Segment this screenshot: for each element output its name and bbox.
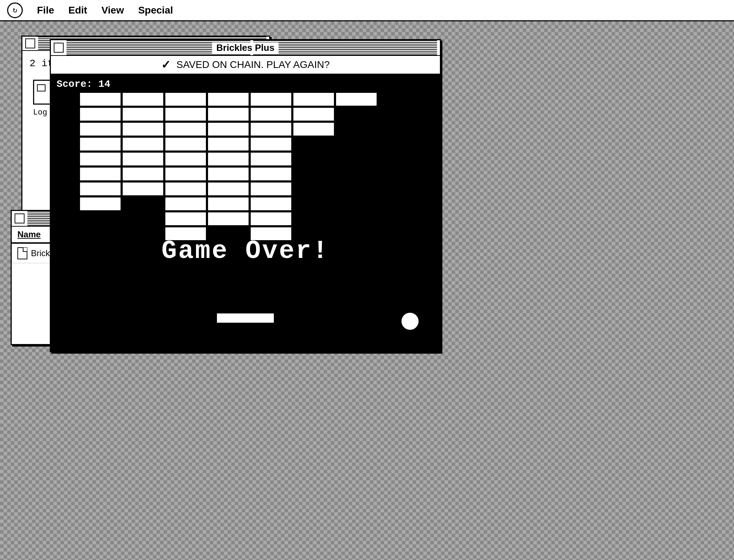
brick xyxy=(250,122,292,136)
brick-empty xyxy=(293,182,335,196)
brick xyxy=(79,197,121,211)
brick xyxy=(207,137,249,151)
brick xyxy=(165,152,207,166)
brickles-title-lines-right xyxy=(253,40,437,55)
brick xyxy=(79,137,121,151)
brick xyxy=(293,107,335,121)
brick-empty xyxy=(293,137,335,151)
brick-row xyxy=(79,137,377,151)
checkmark-icon: ✓ xyxy=(161,58,171,72)
paddle xyxy=(217,313,274,323)
brick xyxy=(165,92,207,106)
brick-row xyxy=(79,122,377,136)
brick-empty xyxy=(293,212,335,226)
brick xyxy=(207,197,249,211)
brick-row xyxy=(79,152,377,166)
brick xyxy=(79,92,121,106)
brick xyxy=(207,92,249,106)
brick xyxy=(250,107,292,121)
brick xyxy=(79,122,121,136)
file-icon xyxy=(17,247,27,259)
brick-empty xyxy=(335,167,377,181)
close-box[interactable] xyxy=(25,38,35,48)
brick-row xyxy=(79,197,377,211)
brick xyxy=(122,107,164,121)
brick-empty xyxy=(293,167,335,181)
brick-empty xyxy=(79,212,121,226)
brick xyxy=(165,182,207,196)
view-menu[interactable]: View xyxy=(101,5,124,16)
brickles-saved-bar: ✓ SAVED ON CHAIN. PLAY AGAIN? xyxy=(51,56,440,74)
brick xyxy=(165,197,207,211)
brickles-title: Brickles Plus xyxy=(212,42,278,53)
brick xyxy=(122,92,164,106)
brick-empty xyxy=(122,197,164,211)
brick xyxy=(293,92,335,106)
brick xyxy=(165,212,207,226)
brick xyxy=(250,152,292,166)
brick xyxy=(122,167,164,181)
ball xyxy=(401,313,419,330)
brick-empty xyxy=(79,227,121,241)
brickles-close-box[interactable] xyxy=(54,43,64,53)
brick-empty xyxy=(122,227,164,241)
brick xyxy=(207,212,249,226)
brickles-titlebar: Brickles Plus xyxy=(51,40,440,56)
brick xyxy=(122,182,164,196)
brick xyxy=(207,167,249,181)
brick xyxy=(79,152,121,166)
brick xyxy=(79,182,121,196)
file-menu[interactable]: File xyxy=(37,5,54,16)
brick xyxy=(165,122,207,136)
brick xyxy=(79,107,121,121)
edit-menu[interactable]: Edit xyxy=(68,5,87,16)
brick xyxy=(293,122,335,136)
brick-row xyxy=(79,212,377,226)
brick-empty xyxy=(335,197,377,211)
brick xyxy=(207,107,249,121)
brick xyxy=(122,122,164,136)
brick xyxy=(250,212,292,226)
brickles-game-area[interactable]: Score: 14 Game Over! xyxy=(51,74,440,351)
saved-message: SAVED ON CHAIN. PLAY AGAIN? xyxy=(176,59,330,70)
brick-empty xyxy=(335,212,377,226)
brick-empty xyxy=(335,152,377,166)
score-display: Score: 14 xyxy=(51,74,116,94)
brick-grid xyxy=(79,92,377,241)
brick xyxy=(207,182,249,196)
apple-menu-icon[interactable]: ↻ xyxy=(7,2,23,18)
brick xyxy=(250,92,292,106)
brick xyxy=(250,167,292,181)
brick xyxy=(250,197,292,211)
brick xyxy=(165,167,207,181)
brick xyxy=(122,152,164,166)
brick-empty xyxy=(293,152,335,166)
brick-empty xyxy=(335,182,377,196)
brick xyxy=(165,107,207,121)
brick-empty xyxy=(335,107,377,121)
brick xyxy=(250,182,292,196)
special-menu[interactable]: Special xyxy=(138,5,173,16)
brick xyxy=(122,137,164,151)
games-close-box[interactable] xyxy=(15,213,25,223)
desktop: ↻ File Edit View Special 2 item Log C Br… xyxy=(0,0,734,560)
brick xyxy=(207,122,249,136)
brick-row xyxy=(79,92,377,106)
brick xyxy=(335,92,377,106)
brick xyxy=(207,152,249,166)
brick-empty xyxy=(122,212,164,226)
brick-empty xyxy=(335,122,377,136)
brickles-window: Brickles Plus ✓ SAVED ON CHAIN. PLAY AGA… xyxy=(50,39,441,352)
brick xyxy=(165,137,207,151)
brick-empty xyxy=(335,137,377,151)
game-over-text: Game Over! xyxy=(161,237,329,266)
brick-empty xyxy=(293,197,335,211)
brick-empty xyxy=(335,227,377,241)
brick-row xyxy=(79,182,377,196)
menu-bar: ↻ File Edit View Special xyxy=(0,0,734,21)
brick xyxy=(250,137,292,151)
brick-row xyxy=(79,167,377,181)
brick-row xyxy=(79,107,377,121)
brick xyxy=(79,167,121,181)
